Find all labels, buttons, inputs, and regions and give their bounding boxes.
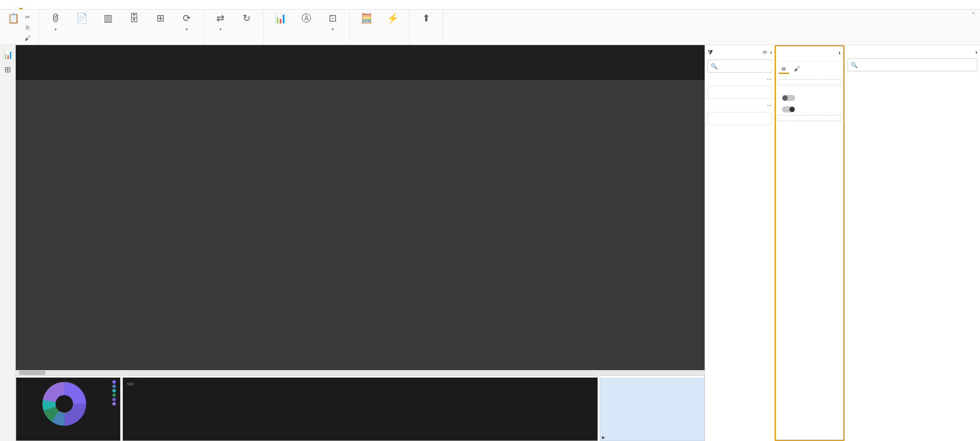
left-nav: 📊 ⊞ [0, 45, 16, 441]
more-icon[interactable]: ⋯ [767, 102, 772, 108]
cross-report-switch[interactable] [782, 95, 795, 101]
donut-chart [42, 382, 86, 426]
canvas-blank-area [16, 45, 705, 80]
copy-button[interactable]: ⎘ [24, 23, 34, 32]
clipboard-icon: 📋 [6, 11, 20, 25]
database-icon: 🛢 [49, 11, 63, 25]
donut-legend [112, 379, 118, 406]
grid-plus-icon: ⊞ [153, 11, 167, 25]
ribbon-group-clipboard: 📋 ✂ ⎘ 🖌 [0, 10, 39, 45]
tab-insert[interactable] [32, 2, 36, 9]
recent-icon: ⟳ [180, 11, 194, 25]
lower-visuals-row: 500 ▶ [16, 375, 705, 441]
filters-header: ⧩ 👁 › [708, 49, 772, 56]
tab-modeling[interactable] [45, 2, 49, 9]
filters-on-all-label: ⋯ [708, 102, 772, 108]
format-painter-button[interactable]: 🖌 [24, 33, 34, 43]
search-icon: 🔍 [851, 62, 858, 68]
more-visuals-button[interactable]: ⊡▾ [320, 11, 345, 32]
ribbon-group-calc: 🧮 ⚡ [350, 10, 410, 45]
refresh-icon: ↻ [240, 11, 254, 25]
visualizations-pane: › ≣ 🖌 [775, 45, 844, 441]
brush-icon: 🖌 [24, 34, 31, 42]
dataset-icon: ▥ [101, 11, 115, 25]
viz-header: › [778, 49, 841, 56]
chart-icon: 📊 [273, 11, 287, 25]
fields-header: › [848, 49, 977, 56]
tab-view[interactable] [59, 2, 62, 9]
funnel-icon: ⧩ [708, 49, 713, 56]
filters-search[interactable]: 🔍 [708, 60, 772, 73]
new-measure-button[interactable]: 🧮 [354, 11, 379, 26]
viz-tool-row: ≣ 🖌 [778, 61, 841, 74]
drillthrough-dropzone[interactable] [778, 115, 841, 121]
measure-icon: 🧮 [359, 11, 373, 25]
report-view-icon[interactable]: 📊 [3, 49, 13, 60]
eye-icon[interactable]: 👁 [762, 49, 768, 56]
table-visual[interactable] [16, 80, 705, 370]
keep-filters-toggle-row [778, 106, 841, 112]
data-view-icon[interactable]: ⊞ [3, 64, 13, 75]
quick-measure-button[interactable]: ⚡ [380, 11, 405, 26]
tab-home[interactable] [19, 2, 23, 9]
donut-chart-visual[interactable] [16, 375, 121, 441]
map-visual[interactable]: ▶ [600, 375, 705, 441]
world-map: ▶ [600, 378, 704, 441]
horizontal-scrollbar[interactable] [16, 370, 705, 375]
fields-tool-icon[interactable]: ≣ [778, 63, 789, 74]
scissors-icon: ✂ [24, 13, 31, 21]
refresh-button[interactable]: ↻ [234, 11, 259, 26]
sql-icon: 🗄 [127, 11, 141, 25]
ribbon: 📋 ✂ ⎘ 🖌 🛢▾ 📄 ▥ 🗄 ⊞ ⟳▾ ⇄▾ ↻ [0, 10, 980, 45]
new-visual-button[interactable]: 📊 [268, 11, 292, 26]
filters-page-dropzone[interactable] [708, 86, 772, 99]
fields-search-input[interactable] [860, 62, 974, 68]
transform-icon: ⇄ [213, 11, 227, 25]
ribbon-group-insert: 📊 Ⓐ ⊡▾ [264, 10, 350, 45]
tab-help[interactable] [72, 2, 75, 9]
drillthrough-label [778, 88, 841, 90]
paste-button[interactable]: 📋 [4, 11, 22, 26]
more-visuals-icon: ⊡ [326, 11, 340, 25]
recent-sources-button[interactable]: ⟳▾ [174, 11, 199, 32]
excel-icon: 📄 [75, 11, 89, 25]
ribbon-group-share: ⬆ [410, 10, 443, 45]
fields-search[interactable]: 🔍 [848, 58, 977, 71]
collapse-fields-icon[interactable]: › [975, 49, 977, 56]
cut-button[interactable]: ✂ [24, 12, 34, 22]
keep-filters-switch[interactable] [782, 106, 795, 112]
collapse-ribbon-button[interactable]: ⌃ [967, 10, 980, 45]
excel-button[interactable]: 📄 [70, 11, 94, 26]
format-tool-icon[interactable]: 🖌 [792, 63, 802, 74]
filters-pane: ⧩ 👁 › 🔍 ⋯ ⋯ [705, 45, 775, 441]
search-icon: 🔍 [711, 63, 718, 70]
collapse-viz-icon[interactable]: › [838, 49, 841, 56]
copy-icon: ⎘ [24, 24, 31, 32]
publish-button[interactable]: ⬆ [414, 11, 438, 26]
textbox-icon: Ⓐ [299, 11, 313, 25]
get-data-button[interactable]: 🛢▾ [43, 11, 68, 32]
filters-on-page-label: ⋯ [708, 76, 772, 82]
fields-pane: › 🔍 [844, 45, 980, 441]
ribbon-group-queries: ⇄▾ ↻ [204, 10, 264, 45]
menu-tabs [0, 0, 980, 10]
pbi-datasets-button[interactable]: ▥ [96, 11, 120, 26]
ribbon-group-data: 🛢▾ 📄 ▥ 🗄 ⊞ ⟳▾ [39, 10, 204, 45]
filters-all-dropzone[interactable] [708, 112, 772, 125]
enter-data-button[interactable]: ⊞ [148, 11, 173, 26]
quick-measure-icon: ⚡ [386, 11, 400, 25]
text-box-button[interactable]: Ⓐ [294, 11, 319, 26]
more-icon[interactable]: ⋯ [767, 76, 772, 82]
report-canvas[interactable]: 500 ▶ [16, 45, 705, 441]
values-dropzone[interactable] [778, 79, 841, 85]
publish-icon: ⬆ [419, 11, 433, 25]
transform-data-button[interactable]: ⇄▾ [208, 11, 233, 32]
bar-chart-visual[interactable]: 500 [122, 375, 598, 441]
sql-server-button[interactable]: 🗄 [122, 11, 146, 26]
cross-report-toggle-row [778, 95, 841, 101]
tab-file[interactable] [6, 2, 10, 9]
scrollbar-thumb[interactable] [19, 371, 45, 375]
collapse-filters-icon[interactable]: › [770, 49, 772, 56]
